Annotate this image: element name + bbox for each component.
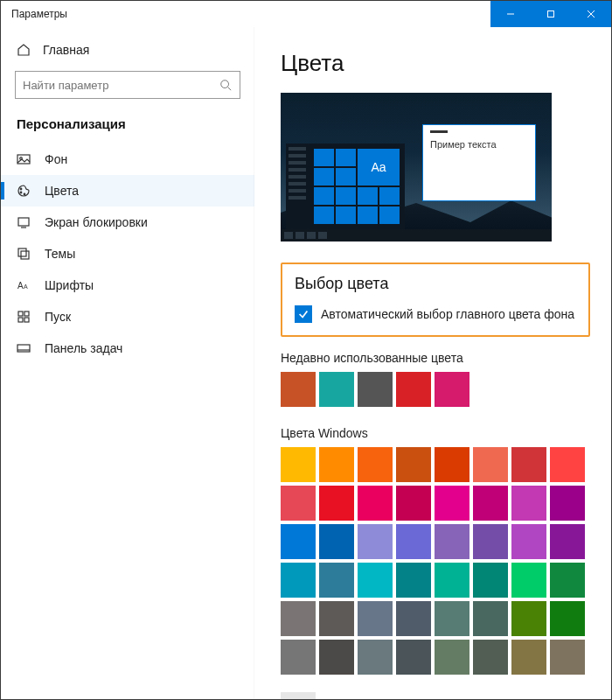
svg-rect-11 xyxy=(18,218,29,226)
color-swatch[interactable] xyxy=(511,447,546,482)
palette-icon xyxy=(17,184,31,198)
close-button[interactable] xyxy=(571,1,611,27)
color-swatch[interactable] xyxy=(319,640,354,675)
custom-color-row[interactable]: + Дополнительный цвет xyxy=(281,689,590,699)
nav-label: Пуск xyxy=(45,310,71,324)
color-swatch[interactable] xyxy=(319,601,354,636)
settings-window: Параметры Главная Персонализация Фон xyxy=(0,0,612,700)
minimize-button[interactable] xyxy=(490,1,531,27)
color-swatch[interactable] xyxy=(473,524,508,559)
themes-icon xyxy=(17,247,31,261)
color-swatch[interactable] xyxy=(281,640,316,675)
color-swatch[interactable] xyxy=(281,563,316,598)
color-swatch[interactable] xyxy=(358,524,393,559)
color-swatch[interactable] xyxy=(550,524,585,559)
color-swatch[interactable] xyxy=(319,524,354,559)
search-input[interactable] xyxy=(15,71,240,99)
preview-sample-window: Пример текста xyxy=(422,124,536,201)
recent-color-swatch[interactable] xyxy=(435,372,469,407)
recent-color-swatch[interactable] xyxy=(319,372,354,407)
svg-text:A: A xyxy=(24,284,28,290)
color-swatch[interactable] xyxy=(550,486,585,521)
color-swatch[interactable] xyxy=(396,601,431,636)
content-area[interactable]: Цвета Aa Пример текста xyxy=(254,27,611,699)
color-swatch[interactable] xyxy=(396,486,431,521)
preview-tile-big: Aa xyxy=(358,149,400,186)
color-swatch[interactable] xyxy=(473,563,508,598)
color-swatch[interactable] xyxy=(511,601,546,636)
color-swatch[interactable] xyxy=(511,640,546,675)
color-swatch[interactable] xyxy=(511,563,546,598)
color-swatch[interactable] xyxy=(396,447,431,482)
nav-colors[interactable]: Цвета xyxy=(1,175,254,206)
nav-start[interactable]: Пуск xyxy=(1,301,254,332)
svg-rect-17 xyxy=(18,312,23,316)
nav-taskbar[interactable]: Панель задач xyxy=(1,332,254,364)
color-swatch[interactable] xyxy=(358,640,393,675)
color-swatch[interactable] xyxy=(319,563,354,598)
recent-color-swatch[interactable] xyxy=(396,372,431,407)
color-swatch[interactable] xyxy=(473,640,508,675)
nav-label: Панель задач xyxy=(45,341,122,355)
color-swatch[interactable] xyxy=(396,640,431,675)
window-title: Параметры xyxy=(1,8,490,20)
auto-pick-checkbox[interactable] xyxy=(295,305,312,323)
color-swatch[interactable] xyxy=(319,447,354,482)
nav-background[interactable]: Фон xyxy=(1,144,254,175)
color-swatch[interactable] xyxy=(435,447,469,482)
svg-rect-18 xyxy=(24,312,29,316)
color-swatch[interactable] xyxy=(435,563,469,598)
preview-sample-text: Пример текста xyxy=(430,139,497,150)
nav-themes[interactable]: Темы xyxy=(1,238,254,270)
color-swatch[interactable] xyxy=(550,447,585,482)
color-swatch[interactable] xyxy=(358,486,393,521)
svg-line-5 xyxy=(228,88,232,91)
color-swatch[interactable] xyxy=(396,524,431,559)
color-swatch[interactable] xyxy=(281,447,316,482)
color-swatch[interactable] xyxy=(511,486,546,521)
color-swatch[interactable] xyxy=(435,486,469,521)
taskbar-icon xyxy=(17,341,31,355)
color-swatch[interactable] xyxy=(435,524,469,559)
color-swatch[interactable] xyxy=(473,601,508,636)
nav-lockscreen[interactable]: Экран блокировки xyxy=(1,206,254,238)
lockscreen-icon xyxy=(17,215,31,229)
home-nav[interactable]: Главная xyxy=(1,36,254,64)
auto-pick-row[interactable]: Автоматический выбор главного цвета фона xyxy=(295,305,576,323)
color-swatch[interactable] xyxy=(473,447,508,482)
windows-colors-grid xyxy=(281,447,590,675)
color-swatch[interactable] xyxy=(281,486,316,521)
color-swatch[interactable] xyxy=(511,524,546,559)
svg-rect-19 xyxy=(18,318,23,322)
color-swatch[interactable] xyxy=(550,640,585,675)
color-swatch[interactable] xyxy=(281,524,316,559)
maximize-button[interactable] xyxy=(531,1,571,27)
svg-point-8 xyxy=(20,188,22,190)
color-swatch[interactable] xyxy=(281,601,316,636)
color-swatch[interactable] xyxy=(358,563,393,598)
search-container xyxy=(1,64,254,111)
color-swatch[interactable] xyxy=(319,486,354,521)
svg-rect-1 xyxy=(548,11,554,18)
add-custom-color-button[interactable]: + xyxy=(281,692,316,699)
svg-rect-14 xyxy=(21,251,29,259)
color-swatch[interactable] xyxy=(550,601,585,636)
color-swatch[interactable] xyxy=(396,563,431,598)
recent-colors-label: Недавно использованные цвета xyxy=(281,351,590,365)
svg-text:A: A xyxy=(17,281,24,290)
picture-icon xyxy=(17,152,31,166)
svg-rect-20 xyxy=(24,318,29,322)
choose-color-section: Выбор цвета Автоматический выбор главног… xyxy=(281,262,590,337)
recent-color-swatch[interactable] xyxy=(281,372,316,407)
color-swatch[interactable] xyxy=(435,601,469,636)
svg-rect-13 xyxy=(18,248,26,256)
color-swatch[interactable] xyxy=(550,563,585,598)
recent-color-swatch[interactable] xyxy=(358,372,393,407)
nav-label: Фон xyxy=(45,152,67,166)
color-swatch[interactable] xyxy=(473,486,508,521)
color-swatch[interactable] xyxy=(358,447,393,482)
color-swatch[interactable] xyxy=(435,640,469,675)
nav-fonts[interactable]: AA Шрифты xyxy=(1,270,254,301)
start-icon xyxy=(17,310,31,324)
color-swatch[interactable] xyxy=(358,601,393,636)
